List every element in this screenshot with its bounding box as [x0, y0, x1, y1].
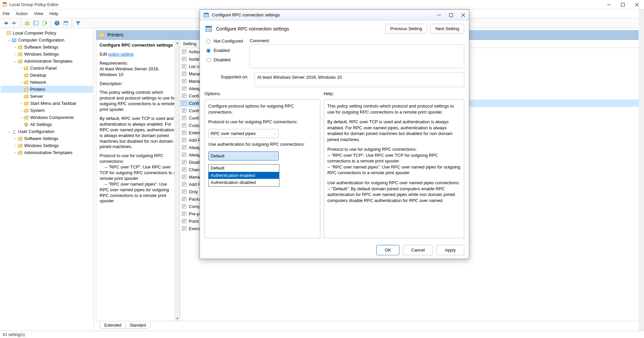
vertical-scrollbar[interactable]	[639, 9, 644, 331]
scrollbar[interactable]: ▴ ▾	[174, 40, 180, 321]
dialog-icon	[203, 12, 209, 18]
status-text: 41 setting(s)	[3, 332, 25, 337]
tree-root[interactable]: Local Computer Policy	[1, 29, 93, 37]
description-column: Configure RPC connection settings Edit p…	[96, 40, 180, 321]
setting-icon	[181, 145, 187, 150]
dialog-header-title: Configure RPC connection settings	[216, 26, 382, 31]
help-icon[interactable]: ?	[53, 19, 61, 27]
svg-rect-10	[34, 21, 35, 25]
forward-button[interactable]	[11, 19, 19, 27]
menu-help[interactable]: Help	[49, 11, 58, 16]
edit-policy-link[interactable]: policy setting	[108, 52, 133, 57]
menu-action[interactable]: Action	[16, 11, 28, 16]
cancel-button[interactable]: Cancel	[403, 245, 433, 255]
auth-combo[interactable]: Default ⌄	[208, 151, 279, 161]
svg-rect-8	[25, 22, 29, 25]
radio-enabled[interactable]: Enabled	[205, 48, 243, 53]
svg-rect-3	[621, 3, 625, 6]
tree-user-config[interactable]: ⌄User Configuration	[1, 128, 93, 135]
dialog-maximize-button[interactable]	[449, 13, 453, 17]
setting-icon	[181, 189, 187, 194]
radio-not-configured[interactable]: Not Configured	[205, 38, 243, 44]
svg-point-20	[25, 124, 27, 125]
export-icon[interactable]	[41, 19, 49, 27]
setting-icon	[181, 78, 187, 84]
tree-printers[interactable]: Printers	[1, 86, 93, 93]
comment-textarea[interactable]	[250, 45, 464, 68]
setting-title: Configure RPC connection settings	[100, 43, 176, 48]
setting-icon	[181, 123, 187, 128]
tree-admin-templates[interactable]: ⌄Administrative Templates	[1, 58, 93, 65]
svg-rect-7	[12, 22, 14, 24]
tree-windows-settings[interactable]: ›Windows Settings	[1, 51, 93, 58]
tree-windows-components[interactable]: ›Windows Components	[1, 114, 93, 121]
tree-start-menu[interactable]: ›Start Menu and Taskbar	[1, 100, 93, 107]
svg-rect-18	[13, 42, 15, 42]
tree-control-panel[interactable]: ›Control Panel	[1, 65, 93, 72]
svg-rect-1	[3, 2, 6, 3]
next-setting-button[interactable]: Next Setting	[430, 24, 464, 33]
up-icon[interactable]	[23, 19, 31, 27]
svg-rect-123	[204, 13, 209, 14]
ok-button[interactable]: OK	[376, 245, 399, 255]
back-button[interactable]	[2, 19, 10, 27]
policy-dialog: Configure RPC connection settings Config…	[200, 9, 469, 259]
tree-network[interactable]: ›Network	[1, 79, 93, 86]
setting-icon	[181, 159, 187, 165]
close-button[interactable]	[635, 2, 639, 7]
tab-strip: Extended Standard	[96, 321, 642, 329]
previous-setting-button[interactable]: Previous Setting	[385, 24, 427, 33]
setting-icon	[181, 93, 187, 98]
svg-rect-6	[6, 22, 8, 24]
menu-file[interactable]: File	[3, 11, 10, 16]
setting-icon	[181, 49, 187, 54]
setting-icon	[181, 204, 187, 209]
app-icon	[2, 2, 7, 7]
tree-user-windows[interactable]: ›Windows Settings	[1, 142, 93, 149]
protocol-combo[interactable]: RPC over named pipes ⌄	[208, 129, 279, 138]
supported-on-label: Supported on:	[205, 72, 248, 79]
dropdown-item-auth-disabled[interactable]: Authentication disabled	[209, 179, 279, 186]
apply-button[interactable]: Apply	[436, 245, 464, 255]
tree-computer-config[interactable]: ⌄Computer Configuration	[1, 37, 93, 44]
options-label: Options:	[205, 91, 324, 96]
tree-user-software[interactable]: ›Software Settings	[1, 135, 93, 142]
dialog-close-button[interactable]	[461, 13, 466, 17]
tree-system[interactable]: ›System	[1, 107, 93, 114]
tree-all-settings[interactable]: All Settings	[1, 121, 93, 128]
maximize-button[interactable]	[621, 2, 625, 7]
setting-icon	[181, 100, 187, 106]
show-hide-tree-icon[interactable]	[32, 19, 40, 27]
content-title: Printers	[107, 32, 123, 38]
help-label: Help:	[324, 91, 334, 96]
tree-pane[interactable]: Local Computer Policy ⌄Computer Configur…	[0, 28, 94, 331]
filter-icon[interactable]	[74, 19, 82, 27]
setting-icon	[181, 218, 187, 224]
dialog-title-bar[interactable]: Configure RPC connection settings	[200, 10, 469, 20]
svg-rect-15	[64, 21, 68, 22]
tree-desktop[interactable]: Desktop	[1, 72, 93, 79]
dialog-minimize-button[interactable]	[437, 13, 441, 17]
svg-rect-125	[449, 13, 453, 17]
setting-icon	[181, 71, 187, 76]
tree-server[interactable]: Server	[1, 93, 93, 100]
tab-standard[interactable]: Standard	[125, 322, 151, 329]
setting-icon	[181, 64, 187, 69]
setting-icon	[181, 211, 187, 216]
svg-rect-16	[7, 31, 11, 35]
title-bar: Local Group Policy Editor	[0, 0, 644, 9]
menu-view[interactable]: View	[34, 11, 43, 16]
properties-icon[interactable]	[62, 19, 70, 27]
setting-icon	[181, 56, 187, 62]
tab-extended[interactable]: Extended	[100, 322, 126, 329]
dropdown-item-default[interactable]: Default	[209, 164, 279, 172]
tree-user-admin[interactable]: ›Administrative Templates	[1, 149, 93, 156]
dropdown-item-auth-enabled[interactable]: Authentication enabled	[209, 172, 279, 179]
tree-software-settings[interactable]: ›Software Settings	[1, 44, 93, 51]
setting-icon	[181, 130, 187, 135]
radio-disabled[interactable]: Disabled	[205, 57, 243, 62]
auth-dropdown-list[interactable]: Default Authentication enabled Authentic…	[208, 164, 279, 187]
svg-rect-17	[12, 39, 16, 42]
minimize-button[interactable]	[606, 2, 611, 7]
svg-point-130	[209, 29, 212, 32]
